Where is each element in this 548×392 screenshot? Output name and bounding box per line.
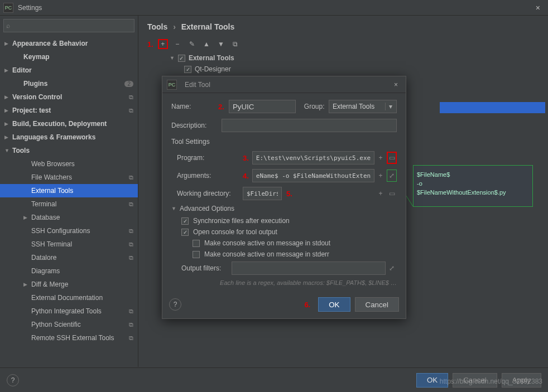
sidebar-item-label: Datalore	[31, 254, 129, 262]
settings-tree[interactable]: ▶Appearance & BehaviorKeymap▶EditorPlugi…	[0, 35, 138, 367]
search-wrap: ⌕	[3, 19, 134, 32]
insert-macro-icon[interactable]: +	[376, 152, 386, 164]
sidebar-item-build-execution-deployment[interactable]: ▶Build, Execution, Deployment	[0, 117, 138, 130]
move-up-button[interactable]: ▲	[201, 39, 211, 49]
search-input[interactable]	[3, 19, 134, 32]
scope-icon: ⧉	[129, 308, 133, 315]
stderr-checkbox-row[interactable]: Make console active on message in stderr	[193, 250, 397, 258]
help-button[interactable]: ?	[169, 298, 181, 311]
sync-checkbox-row[interactable]: ✓ Synchronize files after execution	[181, 217, 397, 225]
footer-help-button[interactable]: ?	[7, 374, 19, 386]
chevron-right-icon: ▶	[4, 94, 12, 100]
sidebar-item-label: Diff & Merge	[31, 280, 138, 288]
sidebar-item-plugins[interactable]: Plugins2	[0, 77, 138, 90]
sidebar-item-label: SSH Configurations	[31, 227, 129, 235]
crumb-tools[interactable]: Tools	[147, 22, 167, 31]
dialog-title: Edit Tool	[185, 81, 210, 89]
ext-child-check[interactable]: ✓	[184, 66, 191, 73]
scope-icon: ⧉	[129, 174, 133, 181]
group-dropdown[interactable]: External Tools ▾	[329, 100, 397, 113]
program-input[interactable]	[252, 151, 374, 164]
sidebar-item-version-control[interactable]: ▶Version Control⧉	[0, 90, 138, 104]
group-value: External Tools	[329, 103, 385, 110]
sidebar-item-tools[interactable]: ▼Tools	[0, 144, 138, 157]
sidebar-item-terminal[interactable]: Terminal⧉	[0, 197, 138, 211]
search-icon: ⌕	[6, 22, 10, 30]
sidebar-item-datalore[interactable]: Datalore⧉	[0, 251, 138, 264]
sidebar-item-languages-frameworks[interactable]: ▶Languages & Frameworks	[0, 130, 138, 144]
ext-root-check[interactable]: ✓	[178, 55, 185, 62]
stdout-checkbox[interactable]	[193, 240, 200, 247]
working-dir-input[interactable]	[243, 187, 282, 200]
sidebar-item-appearance-behavior[interactable]: ▶Appearance & Behavior	[0, 37, 138, 50]
edit-button[interactable]: ✎	[187, 39, 197, 49]
console-checkbox[interactable]: ✓	[181, 229, 189, 236]
edit-tool-dialog: PC Edit Tool × Name: 2. Group: External …	[162, 76, 406, 319]
sidebar-item-diagrams[interactable]: Diagrams	[0, 264, 138, 278]
sidebar-item-project-test[interactable]: ▶Project: test⧉	[0, 104, 138, 117]
watermark: https://blog.csdn.net/qq_32892383	[440, 378, 542, 385]
insert-macro-icon[interactable]: +	[376, 170, 386, 182]
stderr-checkbox[interactable]	[193, 251, 200, 258]
chevron-down-icon: ▾	[385, 103, 396, 110]
copy-button[interactable]: ⧉	[230, 39, 241, 49]
breadcrumb: Tools › External Tools	[147, 22, 539, 31]
arguments-input[interactable]	[252, 169, 374, 182]
settings-sidebar: ⌕ ▶Appearance & BehaviorKeymap▶EditorPlu…	[0, 16, 138, 367]
description-input[interactable]	[222, 119, 397, 132]
sidebar-item-label: Remote SSH External Tools	[31, 334, 129, 342]
sidebar-item-label: Keymap	[23, 53, 138, 61]
insert-macro-icon[interactable]: +	[376, 187, 386, 200]
window-title: Settings	[18, 4, 42, 12]
dialog-titlebar: PC Edit Tool ×	[162, 76, 406, 93]
mark-6: 6.	[304, 301, 310, 309]
browse-folder-icon[interactable]: ▭	[387, 152, 397, 164]
chevron-right-icon: ▶	[4, 121, 12, 127]
sidebar-item-python-integrated-tools[interactable]: Python Integrated Tools⧉	[0, 304, 138, 318]
dialog-close-icon[interactable]: ×	[391, 81, 401, 89]
expand-icon[interactable]: ⤢	[387, 262, 397, 274]
name-input[interactable]	[229, 100, 296, 113]
sidebar-item-external-documentation[interactable]: External Documentation	[0, 291, 138, 304]
annot-line3: $FileNameWithoutExtension$.py	[417, 189, 529, 196]
sidebar-item-database[interactable]: ▶Database	[0, 211, 138, 224]
ok-button[interactable]: OK	[318, 297, 350, 312]
ext-tools-tree: ▼ ✓ External Tools ✓ Qt-Designer	[170, 52, 539, 75]
sidebar-item-web-browsers[interactable]: Web Browsers	[0, 157, 138, 171]
sidebar-item-diff-merge[interactable]: ▶Diff & Merge	[0, 278, 138, 291]
name-label: Name:	[171, 103, 218, 110]
add-button[interactable]: +	[158, 39, 168, 49]
sidebar-item-external-tools[interactable]: External Tools	[0, 184, 138, 197]
stdout-checkbox-row[interactable]: Make console active on message in stdout	[193, 239, 397, 247]
scope-icon: ⧉	[129, 321, 133, 328]
advanced-label: Advanced Options	[180, 205, 234, 212]
sidebar-item-remote-ssh-external-tools[interactable]: Remote SSH External Tools⧉	[0, 331, 138, 345]
expand-icon[interactable]: ⤢	[387, 170, 397, 182]
console-checkbox-row[interactable]: ✓ Open console for tool output	[181, 228, 397, 236]
group-label: Group:	[304, 103, 325, 110]
sidebar-item-editor[interactable]: ▶Editor	[0, 64, 138, 77]
sidebar-item-label: File Watchers	[31, 173, 129, 181]
close-icon[interactable]: ×	[531, 3, 545, 12]
ext-root[interactable]: ▼ ✓ External Tools	[170, 52, 539, 64]
chevron-right-icon: ▶	[4, 134, 12, 140]
sidebar-item-ssh-terminal[interactable]: SSH Terminal⧉	[0, 238, 138, 251]
browse-folder-icon[interactable]: ▭	[387, 187, 397, 200]
ext-child-label: Qt-Designer	[195, 65, 231, 73]
chevron-down-icon: ▼	[4, 148, 12, 153]
sidebar-item-ssh-configurations[interactable]: SSH Configurations⧉	[0, 224, 138, 238]
sidebar-item-label: Version Control	[12, 93, 129, 101]
output-filters-input[interactable]	[232, 262, 386, 275]
sync-checkbox[interactable]: ✓	[181, 217, 189, 225]
ext-child[interactable]: ✓ Qt-Designer	[184, 64, 539, 75]
sidebar-item-label: External Tools	[31, 187, 138, 195]
sidebar-item-python-scientific[interactable]: Python Scientific⧉	[0, 318, 138, 331]
remove-button[interactable]: −	[172, 39, 182, 49]
move-down-button[interactable]: ▼	[216, 39, 226, 49]
sidebar-item-file-watchers[interactable]: File Watchers⧉	[0, 171, 138, 184]
chevron-right-icon: ▶	[4, 41, 12, 46]
advanced-header[interactable]: ▼ Advanced Options	[171, 205, 397, 212]
cancel-button[interactable]: Cancel	[355, 297, 400, 312]
sidebar-item-keymap[interactable]: Keymap	[0, 50, 138, 64]
sidebar-item-label: Terminal	[31, 200, 129, 208]
